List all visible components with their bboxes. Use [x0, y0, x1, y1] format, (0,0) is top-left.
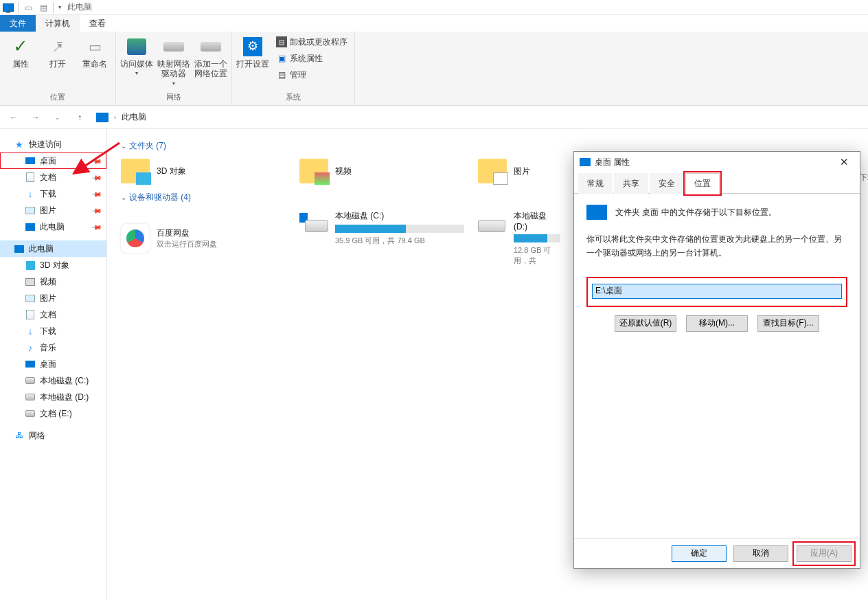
dialog-description: 你可以将此文件夹中文件存储的位置更改为此硬盘上的另一个位置、另一个驱动器或网络上… — [586, 232, 847, 260]
dialog-title-bar[interactable]: 桌面 属性 ✕ — [574, 152, 860, 172]
rename-button[interactable]: ▭ 重命名 — [78, 34, 111, 69]
tree-documents-e[interactable]: 文档 (E:) — [0, 405, 106, 422]
tree-desktop[interactable]: 桌面 — [0, 356, 106, 372]
forward-button[interactable]: → — [27, 109, 44, 126]
dialog-body: 文件夹 桌面 中的文件存储于以下目标位置。 你可以将此文件夹中文件存储的位置更改… — [574, 194, 860, 538]
up-button[interactable]: ↑ — [71, 109, 88, 126]
tree-local-disk-d[interactable]: 本地磁盘 (D:) — [0, 389, 106, 405]
tree-desktop-pinned[interactable]: 桌面📌 — [0, 152, 106, 169]
picture-icon — [25, 207, 35, 214]
tab-location[interactable]: 位置 — [685, 173, 720, 194]
tree-network[interactable]: 🖧网络 — [0, 427, 106, 444]
close-button[interactable]: ✕ — [834, 156, 854, 168]
navigation-bar: ← → ⌄ ↑ › 此电脑 — [0, 106, 868, 129]
pin-icon: 📌 — [91, 205, 102, 216]
document-icon — [26, 310, 34, 319]
tree-documents[interactable]: 文档 — [0, 306, 106, 323]
find-target-button[interactable]: 查找目标(F)... — [757, 315, 819, 332]
manage-button[interactable]: ▤ 管理 — [273, 67, 350, 82]
properties-dialog: 桌面 属性 ✕ 下载 常规 共享 安全 位置 文件夹 桌面 中的文件存储于以下目… — [573, 151, 860, 569]
tree-downloads[interactable]: ↓下载 — [0, 323, 106, 339]
chevron-down-icon[interactable]: ⌄ — [121, 194, 126, 201]
tree-music[interactable]: ♪音乐 — [0, 339, 106, 356]
pin-icon: 📌 — [91, 172, 102, 183]
3d-icon — [26, 261, 35, 270]
music-icon: ♪ — [28, 343, 33, 353]
tree-downloads-pinned[interactable]: ↓下载📌 — [0, 185, 106, 202]
dialog-line1: 文件夹 桌面 中的文件存储于以下目标位置。 — [615, 207, 777, 218]
system-properties-button[interactable]: ▣ 系统属性 — [273, 51, 350, 66]
document-icon — [26, 172, 34, 182]
ok-button[interactable]: 确定 — [672, 545, 727, 562]
qat-checkbox-icon[interactable]: ▭ — [21, 1, 35, 14]
capacity-bar — [335, 225, 464, 233]
chevron-down-icon[interactable]: ⌄ — [121, 142, 126, 150]
disk-icon — [299, 210, 328, 232]
navigation-pane[interactable]: ★快速访问 桌面📌 文档📌 ↓下载📌 图片📌 此电脑📌 此电脑 3D 对象 视频… — [0, 129, 107, 599]
tree-quick-access[interactable]: ★快速访问 — [0, 136, 106, 152]
pin-icon: 📌 — [91, 221, 102, 232]
dialog-tabs: 常规 共享 安全 位置 — [574, 172, 860, 194]
qat-dropdown-icon[interactable]: ▾ — [56, 4, 63, 10]
chevron-right-icon[interactable]: › — [113, 114, 117, 121]
tab-sharing[interactable]: 共享 — [614, 173, 648, 194]
ribbon-tabs: 文件 计算机 查看 — [0, 15, 868, 32]
pc-icon — [25, 223, 35, 231]
add-network-location-button[interactable]: 添加一个网络位置 — [194, 34, 227, 79]
tab-view[interactable]: 查看 — [80, 15, 115, 32]
cancel-button[interactable]: 取消 — [733, 545, 788, 562]
drive-local-d[interactable]: 本地磁盘 (D:) 12.8 GB 可用，共 — [478, 210, 560, 266]
access-media-button[interactable]: 访问媒体 ▾ — [120, 34, 153, 77]
folder-3d-objects[interactable]: 3D 对象 — [121, 159, 286, 183]
folder-videos[interactable]: 视频 — [299, 159, 464, 183]
network-drive-icon — [163, 36, 185, 58]
window-title: 此电脑 — [63, 1, 92, 13]
back-button[interactable]: ← — [5, 109, 22, 126]
title-bar: ▭ ▤ ▾ 此电脑 — [0, 0, 868, 15]
tree-videos[interactable]: 视频 — [0, 273, 106, 290]
tree-pictures[interactable]: 图片 — [0, 290, 106, 306]
tree-thispc-pinned[interactable]: 此电脑📌 — [0, 218, 106, 235]
tab-security[interactable]: 安全 — [650, 173, 684, 194]
video-icon — [25, 278, 35, 286]
restore-default-button[interactable]: 还原默认值(R) — [615, 315, 676, 332]
location-path-input[interactable] — [592, 284, 842, 299]
pin-icon: 📌 — [91, 188, 102, 199]
star-icon: ★ — [15, 139, 23, 150]
group-label-location: 位置 — [4, 91, 111, 104]
tree-3d-objects[interactable]: 3D 对象 — [0, 257, 106, 273]
drive-local-c[interactable]: 本地磁盘 (C:) 35.9 GB 可用，共 79.4 GB — [299, 210, 464, 266]
apply-button[interactable]: 应用(A) — [797, 545, 852, 562]
tree-pictures-pinned[interactable]: 图片📌 — [0, 202, 106, 218]
move-button[interactable]: 移动(M)... — [686, 315, 748, 332]
address-bar[interactable]: › 此电脑 — [93, 109, 863, 126]
obscured-label: 下载 — [860, 172, 868, 183]
tab-computer[interactable]: 计算机 — [36, 15, 80, 32]
qat-properties-icon[interactable]: ▤ — [36, 1, 50, 14]
drive-baidu[interactable]: 百度网盘双击运行百度网盘 — [121, 210, 286, 266]
ribbon: ✓ 属性 ⭷ 打开 ▭ 重命名 位置 访问媒体 ▾ 映射网络驱动器 — [0, 32, 868, 106]
map-network-drive-button[interactable]: 映射网络驱动器 ▾ — [157, 34, 190, 87]
path-highlight-box — [586, 277, 847, 307]
tree-this-pc[interactable]: 此电脑 — [0, 240, 106, 257]
add-netloc-icon — [200, 36, 222, 58]
settings-icon: ⚙ — [242, 36, 264, 58]
properties-button[interactable]: ✓ 属性 — [4, 34, 37, 69]
open-settings-button[interactable]: ⚙ 打开设置 — [236, 34, 269, 69]
open-button[interactable]: ⭷ 打开 — [41, 34, 74, 69]
download-icon: ↓ — [28, 326, 33, 337]
disk-icon — [25, 410, 35, 417]
tree-documents-pinned[interactable]: 文档📌 — [0, 169, 106, 185]
desktop-icon — [25, 157, 35, 164]
manage-icon: ▤ — [276, 69, 287, 80]
group-header-folders[interactable]: ⌄ 文件夹 (7) — [121, 140, 854, 152]
desktop-icon — [586, 205, 607, 220]
uninstall-programs-button[interactable]: ⊟ 卸载或更改程序 — [273, 34, 350, 49]
tree-local-disk-c[interactable]: 本地磁盘 (C:) — [0, 372, 106, 389]
system-menu-icon[interactable] — [1, 1, 15, 14]
tab-file[interactable]: 文件 — [0, 15, 36, 32]
address-text[interactable]: 此电脑 — [122, 111, 146, 123]
group-label-network: 网络 — [120, 91, 227, 104]
recent-locations-button[interactable]: ⌄ — [49, 109, 66, 126]
tab-general[interactable]: 常规 — [578, 173, 613, 194]
